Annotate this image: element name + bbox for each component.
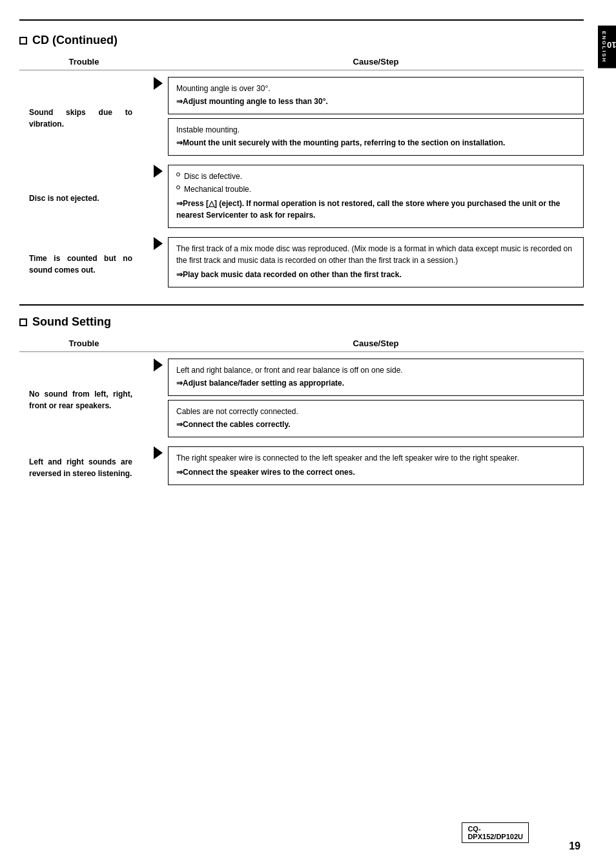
sound-header-row: Trouble Cause/Step	[19, 339, 584, 348]
sound-cause-header: Cause/Step	[168, 339, 584, 348]
cd-cause-stack-3: The first track of a mix mode disc was r…	[168, 237, 584, 291]
cd-cause-header: Cause/Step	[168, 57, 584, 67]
cd-arrow-2	[149, 165, 168, 232]
cd-title-text: CD (Continued)	[32, 34, 118, 47]
cd-continued-section: CD (Continued) Trouble Cause/Step Sound …	[19, 34, 584, 291]
model-number-box: CQ-DPX152/DP102U	[462, 822, 529, 843]
sound-cause-1-1-line2: ⇒Adjust balance/fader setting as appropr…	[176, 377, 575, 389]
page-number: 19	[569, 840, 580, 852]
page-wrapper: ENGLISH 10 CD (Continued) Trouble Cause/…	[0, 0, 616, 865]
cd-cause-1-2-line2: ⇒Mount the unit securely with the mounti…	[176, 137, 575, 149]
sound-square-icon	[19, 318, 27, 326]
side-tab-english-text: ENGLISH	[601, 31, 607, 63]
cd-trouble-1: Sound skips due to vibration.	[29, 107, 132, 130]
cd-trouble-3: Time is counted but no sound comes out.	[29, 253, 132, 276]
cd-cause-1-2-line1: Instable mounting.	[176, 124, 575, 136]
cd-bullet-2-1: Disc is defective.	[176, 171, 575, 182]
side-tab: ENGLISH 10	[598, 26, 616, 68]
cd-cause-box-3-1: The first track of a mix mode disc was r…	[168, 237, 584, 287]
cd-arrow-icon-2	[154, 165, 163, 178]
sound-section-title: Sound Setting	[19, 315, 584, 329]
sound-arrow-icon-1	[154, 359, 163, 371]
cd-cause-2-1-line1: ⇒Press [△] (eject). If normal operation …	[176, 198, 575, 221]
sound-title-text: Sound Setting	[32, 315, 111, 329]
bullet-icon-2-2	[176, 185, 180, 189]
sound-cause-1-2-line2: ⇒Connect the cables correctly.	[176, 419, 575, 430]
cd-arrow-1	[149, 77, 168, 160]
sound-cause-box-1-2: Cables are not correctly connected. ⇒Con…	[168, 400, 584, 437]
sound-cause-stack-2: The right speaker wire is connected to t…	[168, 446, 584, 489]
sound-arrow-1	[149, 359, 168, 441]
cd-header-row: Trouble Cause/Step	[19, 57, 584, 67]
sound-trouble-header: Trouble	[19, 339, 149, 348]
sound-header-divider	[19, 351, 584, 352]
cd-arrow-icon-3	[154, 237, 163, 250]
sound-cause-2-1-line1: The right speaker wire is connected to t…	[176, 452, 575, 464]
cd-cause-1-1-line2: ⇒Adjust mounting angle to less than 30°.	[176, 96, 575, 107]
sound-setting-section: Sound Setting Trouble Cause/Step No soun…	[19, 315, 584, 489]
sound-trouble-1: No sound from left, right, front or rear…	[29, 388, 132, 412]
cd-cause-box-1-2: Instable mounting. ⇒Mount the unit secur…	[168, 118, 584, 156]
cd-square-icon	[19, 37, 27, 45]
cd-section-title: CD (Continued)	[19, 34, 584, 47]
cd-arrow-icon-1	[154, 77, 163, 90]
cd-cause-3-1-line2: ⇒Play back music data recorded on other …	[176, 269, 575, 280]
cd-trouble-header: Trouble	[19, 57, 149, 67]
cd-header-divider	[19, 70, 584, 70]
model-number-text: CQ-DPX152/DP102U	[467, 825, 523, 840]
section-separator	[19, 304, 584, 306]
sound-arrow-icon-2	[154, 446, 163, 459]
cd-cause-3-1-line1: The first track of a mix mode disc was r…	[176, 243, 575, 266]
top-separator	[19, 19, 584, 21]
cd-cause-stack-2: Disc is defective. Mechanical trouble. ⇒…	[168, 165, 584, 232]
sound-cause-box-1-1: Left and right balance, or front and rea…	[168, 359, 584, 396]
sound-cause-2-1-line2: ⇒Connect the speaker wires to the correc…	[176, 466, 575, 478]
bullet-icon-2-1	[176, 172, 180, 176]
cd-arrow-3	[149, 237, 168, 291]
sound-cause-1-1-line1: Left and right balance, or front and rea…	[176, 364, 575, 376]
sound-trouble-2: Left and right sounds are reversed in st…	[29, 456, 132, 479]
cd-cause-box-2-1: Disc is defective. Mechanical trouble. ⇒…	[168, 165, 584, 228]
cd-cause-box-1-1: Mounting angle is over 30°. ⇒Adjust moun…	[168, 77, 584, 114]
cd-bullet-2-2-text: Mechanical trouble.	[184, 183, 251, 195]
sound-cause-stack-1: Left and right balance, or front and rea…	[168, 359, 584, 441]
sound-row-2: Left and right sounds are reversed in st…	[19, 446, 584, 489]
cd-bullet-2-2: Mechanical trouble.	[176, 183, 575, 195]
sound-cause-box-2-1: The right speaker wire is connected to t…	[168, 446, 584, 485]
cd-row-3: Time is counted but no sound comes out. …	[19, 237, 584, 291]
cd-bullet-2-1-text: Disc is defective.	[184, 171, 242, 182]
cd-trouble-2: Disc is not ejected.	[29, 193, 132, 204]
cd-cause-stack-1: Mounting angle is over 30°. ⇒Adjust moun…	[168, 77, 584, 160]
side-tab-number: 10	[607, 39, 616, 49]
sound-arrow-2	[149, 446, 168, 489]
sound-row-1: No sound from left, right, front or rear…	[19, 359, 584, 441]
cd-cause-1-1-line1: Mounting angle is over 30°.	[176, 83, 575, 94]
cd-row-1: Sound skips due to vibration. Mounting a…	[19, 77, 584, 160]
cd-row-2: Disc is not ejected. Disc is defective. …	[19, 165, 584, 232]
sound-cause-1-2-line1: Cables are not correctly connected.	[176, 406, 575, 417]
